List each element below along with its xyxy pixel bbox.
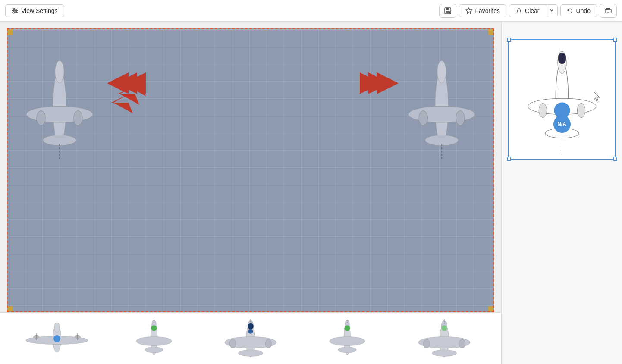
cursor-icon	[594, 91, 602, 104]
handle-br[interactable]	[613, 157, 617, 161]
handle-tl[interactable]	[507, 38, 511, 42]
svg-marker-37	[107, 72, 129, 94]
svg-point-60	[265, 339, 272, 348]
na-badge: N/A	[553, 116, 571, 133]
clear-dropdown-button[interactable]	[546, 5, 557, 16]
svg-point-62	[248, 323, 254, 329]
svg-point-84	[577, 103, 585, 117]
svg-point-86	[558, 53, 566, 64]
svg-point-23	[74, 111, 83, 126]
svg-rect-8	[446, 11, 450, 13]
svg-point-47	[54, 323, 60, 332]
canvas-wrapper	[0, 22, 501, 364]
svg-point-3	[13, 8, 15, 9]
svg-point-30	[419, 111, 428, 126]
clear-label: Clear	[525, 7, 539, 14]
handle-tr[interactable]	[613, 38, 617, 42]
svg-rect-7	[446, 8, 449, 10]
undo-icon	[567, 7, 574, 14]
svg-point-66	[330, 336, 365, 345]
strip-item-1[interactable]	[18, 319, 96, 358]
favorites-button[interactable]: Favorites	[459, 4, 506, 17]
aircraft-right	[403, 55, 481, 159]
canvas-area[interactable]	[0, 22, 501, 312]
selection-box[interactable]: N/A	[508, 39, 616, 160]
corner-bl	[7, 306, 13, 312]
chevrons-right	[347, 72, 399, 116]
svg-marker-88	[594, 91, 600, 102]
strip-item-2[interactable]	[115, 319, 193, 358]
svg-point-58	[238, 350, 263, 356]
save-icon	[444, 7, 452, 15]
svg-point-48	[53, 335, 60, 342]
svg-marker-40	[377, 72, 399, 94]
corner-tr	[488, 28, 494, 35]
canvas-grid[interactable]	[7, 28, 494, 312]
svg-point-5	[13, 11, 15, 13]
undo-label: Undo	[576, 7, 591, 14]
chevrons-left	[103, 72, 154, 116]
svg-point-29	[456, 111, 465, 126]
svg-point-74	[423, 339, 430, 348]
strip-plane-2	[119, 319, 188, 358]
svg-point-20	[43, 135, 76, 145]
svg-point-63	[248, 329, 253, 334]
clear-icon	[515, 7, 522, 14]
settings-icon	[12, 7, 19, 14]
toolbar-left: View Settings	[5, 4, 64, 17]
svg-point-26	[408, 106, 475, 122]
strip-plane-3	[216, 319, 285, 358]
bottom-strip	[0, 312, 501, 364]
strip-plane-5	[410, 319, 479, 358]
svg-point-77	[441, 325, 447, 331]
corner-br	[488, 306, 494, 312]
view-settings-label: View Settings	[21, 7, 58, 14]
main-content: N/A	[0, 22, 622, 364]
save-button[interactable]	[439, 4, 456, 18]
aircraft-left	[21, 55, 98, 159]
svg-point-21	[55, 61, 64, 83]
clear-button[interactable]: Clear	[509, 5, 546, 17]
favorites-label: Favorites	[475, 7, 500, 14]
print-icon	[604, 7, 612, 15]
svg-point-83	[539, 103, 547, 117]
svg-point-73	[432, 350, 456, 356]
toolbar: View Settings Favorites	[0, 0, 622, 22]
panel-aircraft	[519, 43, 605, 155]
corner-tl	[7, 28, 13, 35]
svg-point-69	[345, 325, 351, 331]
strip-item-3[interactable]	[212, 319, 289, 358]
svg-point-75	[459, 339, 465, 348]
strip-item-4[interactable]	[308, 319, 386, 358]
svg-point-52	[145, 347, 163, 353]
svg-point-28	[437, 61, 446, 83]
chevron-down-icon	[550, 8, 554, 13]
star-icon	[465, 7, 472, 14]
toolbar-right: Favorites Clear	[439, 4, 617, 18]
undo-button[interactable]: Undo	[560, 4, 597, 17]
svg-point-27	[425, 135, 458, 145]
svg-point-67	[338, 347, 356, 353]
strip-item-5[interactable]	[405, 319, 483, 358]
strip-plane-1	[22, 319, 91, 358]
handle-bl[interactable]	[507, 157, 511, 161]
strip-plane-4	[313, 319, 382, 358]
right-panel: N/A	[501, 22, 622, 364]
clear-button-group: Clear	[509, 4, 557, 17]
svg-point-54	[151, 325, 157, 331]
svg-point-19	[26, 106, 93, 122]
svg-point-51	[136, 336, 172, 345]
svg-marker-9	[466, 8, 472, 14]
svg-point-4	[15, 9, 17, 11]
svg-point-22	[37, 111, 46, 126]
svg-point-59	[229, 339, 236, 348]
view-settings-button[interactable]: View Settings	[5, 4, 64, 17]
print-button[interactable]	[600, 4, 617, 18]
